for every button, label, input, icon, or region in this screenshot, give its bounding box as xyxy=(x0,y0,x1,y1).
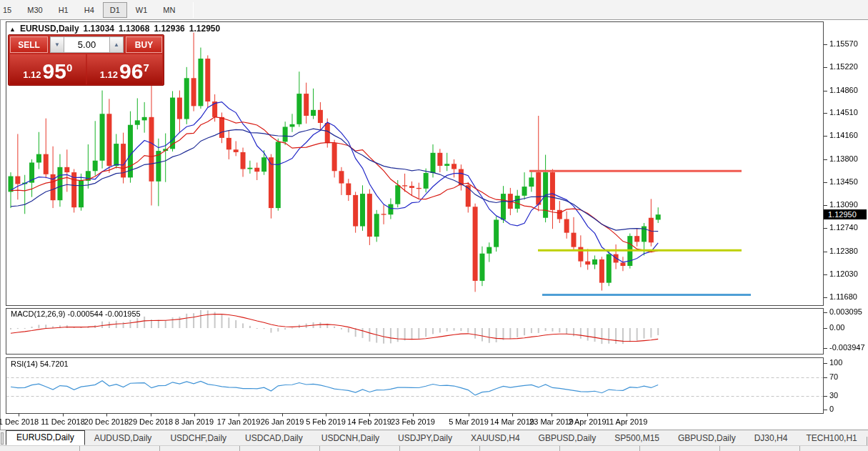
date-axis-label: 29 Dec 2018 xyxy=(129,417,173,426)
date-axis-label: 2 Apr 2019 xyxy=(568,417,606,426)
ohlc-low: 1.12936 xyxy=(154,24,184,34)
timeframe-toolbar: 15M30H1H4D1W1MN xyxy=(0,0,868,19)
price-axis-label: 1.13800 xyxy=(829,154,858,163)
timeframe-button-mn[interactable]: MN xyxy=(156,2,182,18)
toolbar-separator xyxy=(193,2,194,18)
timeframe-button-w1[interactable]: W1 xyxy=(129,2,155,18)
date-axis-label: 20 Dec 2018 xyxy=(84,417,129,426)
bid-pip-digit: 0 xyxy=(66,61,72,74)
ohlc-high: 1.13068 xyxy=(119,24,149,34)
timeframe-button-h4[interactable]: H4 xyxy=(77,2,101,18)
timeframe-button-15[interactable]: 15 xyxy=(0,2,19,18)
ask-big-digits: 96 xyxy=(119,61,143,82)
ask-prefix: 1.12 xyxy=(100,69,118,80)
chart-tab-usdcad-daily[interactable]: USDCAD,Daily xyxy=(236,432,312,445)
spin-down-icon: ▼ xyxy=(54,41,60,48)
price-axis-label: 1.15570 xyxy=(829,39,858,48)
price-axis-label: 1.14860 xyxy=(829,86,858,94)
bid-big-digits: 95 xyxy=(43,61,66,82)
one-click-trading-panel: SELL ▼ 5.00 ▲ BUY 1.12950 1.12967 xyxy=(8,34,164,86)
macd-axis-label: -0.003947 xyxy=(829,343,865,352)
price-axis-label: 1.15220 xyxy=(829,62,858,71)
volume-decrease-button[interactable]: ▼ xyxy=(50,36,64,53)
chart-tab-usdchf-daily[interactable]: USDCHF,Daily xyxy=(161,432,236,445)
mt4-application: 15M30H1H4D1W1MN ▲EURUSD,Daily1.130341.13… xyxy=(0,0,868,451)
tab-separator xyxy=(867,437,867,445)
chart-tab-xauusd-h4[interactable]: XAUUSD,H4 xyxy=(462,432,529,445)
bid-prefix: 1.12 xyxy=(23,69,41,80)
ohlc-close: 1.12950 xyxy=(189,24,220,34)
rsi-axis-label: 0 xyxy=(829,405,834,413)
date-axis-label: 14 Mar 2019 xyxy=(490,417,534,426)
current-price-marker: 1.12950 xyxy=(824,209,867,219)
price-axis-label: 1.12030 xyxy=(829,269,858,278)
date-axis-label: 5 Feb 2019 xyxy=(306,417,346,426)
chart-tab-gbpusd-daily[interactable]: GBPUSD,Daily xyxy=(669,432,745,445)
date-axis-label: 23 Feb 2019 xyxy=(391,417,435,426)
date-axis-label: 26 Jan 2019 xyxy=(261,417,304,426)
price-axis-label: 1.11680 xyxy=(829,292,857,301)
ask-pip-digit: 7 xyxy=(143,61,149,74)
price-axis-label: 1.12740 xyxy=(829,223,858,232)
collapse-triangle-icon[interactable]: ▲ xyxy=(9,26,16,33)
chart-tab-dj30-h4[interactable]: DJ30,H4 xyxy=(745,432,797,445)
chart-symbol-label: EURUSD,Daily xyxy=(20,24,79,34)
bid-price-tile[interactable]: 1.12950 xyxy=(10,54,86,84)
ohlc-open: 1.13034 xyxy=(84,24,114,34)
chart-tab-gbpusd-daily[interactable]: GBPUSD,Daily xyxy=(529,432,606,445)
timeframe-button-h1[interactable]: H1 xyxy=(51,2,76,18)
chart-tab-eurusd-daily[interactable]: EURUSD,Daily xyxy=(6,430,85,445)
chart-tab-sp500-m15[interactable]: SP500,M15 xyxy=(605,432,669,445)
chart-tab-usdcnh-daily[interactable]: USDCNH,Daily xyxy=(312,432,389,445)
date-axis-label: 23 Mar 2019 xyxy=(529,417,574,426)
date-axis-label: 14 Feb 2019 xyxy=(347,417,391,426)
rsi-axis-label: 30 xyxy=(829,391,838,400)
ask-price-tile[interactable]: 1.12967 xyxy=(87,54,163,84)
spin-up-icon: ▲ xyxy=(114,41,119,48)
volume-increase-button[interactable]: ▲ xyxy=(109,36,124,53)
price-axis-label: 1.13450 xyxy=(829,177,858,186)
price-axis-label: 1.14510 xyxy=(829,108,858,117)
date-axis-label: 17 Jan 2019 xyxy=(217,417,261,426)
date-axis-label: 8 Jan 2019 xyxy=(175,417,214,426)
chart-tab-tech100-h1[interactable]: TECH100,H1 xyxy=(797,432,866,445)
timeframe-button-d1[interactable]: D1 xyxy=(103,2,127,18)
sell-button[interactable]: SELL xyxy=(10,36,48,53)
date-axis-label: 11 Dec 2018 xyxy=(41,417,85,426)
date-axis-label: 11 Apr 2019 xyxy=(606,417,648,426)
status-strip xyxy=(0,445,868,451)
buy-button[interactable]: BUY xyxy=(126,36,162,53)
chart-title: ▲EURUSD,Daily1.130341.130681.129361.1295… xyxy=(9,24,220,34)
macd-axis-label: 0.003095 xyxy=(829,307,862,316)
macd-indicator-label: MACD(12,26,9) -0.000544 -0.001955 xyxy=(11,309,141,318)
date-axis-label: 5 Mar 2019 xyxy=(449,417,489,426)
price-axis-label: 1.12380 xyxy=(829,247,858,255)
rsi-axis-label: 100 xyxy=(829,358,842,367)
chart-tab-usdjpy-daily[interactable]: USDJPY,Daily xyxy=(389,432,462,445)
chart-window: ▲EURUSD,Daily1.130341.130681.129361.1295… xyxy=(0,19,868,430)
chart-tab-audusd-daily[interactable]: AUDUSD,Daily xyxy=(85,432,161,445)
tabbar-edge-grip[interactable] xyxy=(1,432,4,445)
volume-input[interactable]: 5.00 xyxy=(64,36,109,53)
price-axis-label: 1.14160 xyxy=(829,131,858,139)
timeframe-button-m30[interactable]: M30 xyxy=(20,2,49,18)
price-axis-label: 1.13090 xyxy=(829,200,858,209)
macd-axis-label: 0.00 xyxy=(829,323,844,332)
rsi-indicator-label: RSI(14) 54.7201 xyxy=(11,360,69,368)
date-axis-label: 1 Dec 2018 xyxy=(0,417,39,426)
rsi-axis-label: 70 xyxy=(829,372,838,381)
chart-tab-bar: EURUSD,DailyAUDUSD,DailyUSDCHF,DailyUSDC… xyxy=(0,431,868,445)
